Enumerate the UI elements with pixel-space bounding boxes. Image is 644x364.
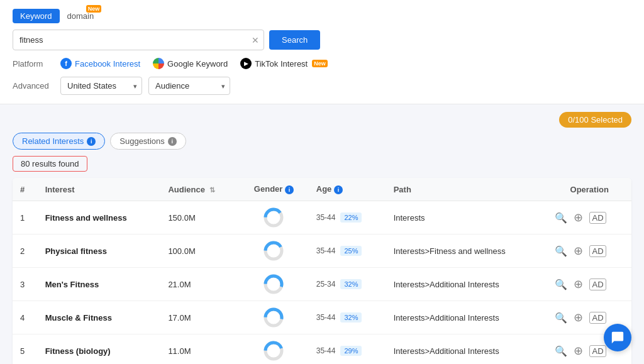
suggestions-tab[interactable]: Suggestions i <box>110 133 186 150</box>
add-op-icon[interactable]: ⊕ <box>574 277 583 291</box>
col-operation: Operation <box>547 178 631 201</box>
interest-table: # Interest Audience ⇅ Gender i Age i Pat… <box>13 178 631 364</box>
col-gender: Gender i <box>239 178 309 201</box>
cell-num: 5 <box>13 334 38 365</box>
platform-facebook[interactable]: f Facebook Interest <box>60 58 140 69</box>
cell-path: Interests <box>386 201 548 234</box>
main-content: 0/100 Selected Related Interests i Sugge… <box>0 104 644 364</box>
search-op-icon[interactable]: 🔍 <box>555 312 567 324</box>
result-tabs-row: Related Interests i Suggestions i <box>13 133 631 150</box>
col-num: # <box>13 178 38 201</box>
tiktok-icon: ▶ <box>240 58 252 69</box>
results-count: 80 results found <box>21 159 79 168</box>
cell-age: 25-34 32% <box>309 268 386 301</box>
platform-tiktok[interactable]: ▶ TikTok Interest New <box>240 58 328 69</box>
search-button[interactable]: Search <box>269 30 320 50</box>
cell-audience: 11.0M <box>160 334 239 365</box>
cell-audience: 17.0M <box>160 301 239 334</box>
audience-select[interactable]: Audience <box>148 77 230 95</box>
country-select-wrap: United States <box>60 77 142 95</box>
cell-path: Interests>Fitness and wellness <box>386 234 548 268</box>
search-op-icon[interactable]: 🔍 <box>555 345 567 357</box>
cell-gender <box>239 268 309 301</box>
col-age: Age i <box>309 178 386 201</box>
gender-info-icon: i <box>285 185 294 194</box>
add-op-icon[interactable]: ⊕ <box>574 211 583 224</box>
table-row: 2 Physical fitness 100.0M 35-44 25% Inte… <box>13 234 631 268</box>
search-input[interactable] <box>13 30 264 50</box>
tiktok-label: TikTok Interest <box>255 59 308 69</box>
suggestions-label: Suggestions <box>119 136 165 146</box>
gender-donut <box>264 241 284 261</box>
cell-age: 35-44 32% <box>309 301 386 334</box>
search-op-icon[interactable]: 🔍 <box>555 245 567 257</box>
cell-audience: 150.0M <box>160 201 239 234</box>
keyword-tab[interactable]: Keyword <box>13 9 60 23</box>
facebook-icon: f <box>60 58 72 69</box>
cell-operation: 🔍 ⊕ AD <box>547 268 631 301</box>
top-panel: Keyword domain New ✕ Search Platform f F… <box>0 0 644 104</box>
cell-num: 2 <box>13 234 38 268</box>
gender-donut <box>264 274 284 294</box>
cell-path: Interests>Additional Interests <box>386 301 548 334</box>
add-op-icon[interactable]: ⊕ <box>574 311 583 324</box>
ad-op-icon[interactable]: AD <box>589 312 606 324</box>
related-interests-label: Related Interests <box>22 136 84 146</box>
ad-op-icon[interactable]: AD <box>589 345 606 357</box>
country-select[interactable]: United States <box>60 77 142 95</box>
cell-num: 1 <box>13 201 38 234</box>
search-op-icon[interactable]: 🔍 <box>555 212 567 224</box>
cell-num: 3 <box>13 268 38 301</box>
cell-interest: Fitness and wellness <box>38 201 161 234</box>
cell-interest: Physical fitness <box>38 234 161 268</box>
facebook-label: Facebook Interest <box>75 59 140 69</box>
table-row: 1 Fitness and wellness 150.0M 35-44 22% … <box>13 201 631 234</box>
gender-donut <box>264 341 284 361</box>
platform-label: Platform <box>13 59 50 69</box>
cell-age: 35-44 29% <box>309 334 386 365</box>
cell-operation: 🔍 ⊕ AD <box>547 234 631 268</box>
table-header-row: # Interest Audience ⇅ Gender i Age i Pat… <box>13 178 631 201</box>
search-row: ✕ Search <box>13 30 631 50</box>
platform-google[interactable]: Google Keyword <box>153 58 228 69</box>
platform-row: Platform f Facebook Interest Google Keyw… <box>13 58 631 69</box>
gender-donut <box>264 207 284 228</box>
google-icon <box>153 58 164 69</box>
add-op-icon[interactable]: ⊕ <box>574 244 583 258</box>
cell-gender <box>239 201 309 234</box>
table-row: 3 Men's Fitness 21.0M 25-34 32% Interest… <box>13 268 631 301</box>
top-bar: 0/100 Selected <box>13 112 631 128</box>
related-interests-info-icon: i <box>87 137 96 146</box>
cell-audience: 100.0M <box>160 234 239 268</box>
cell-interest: Men's Fitness <box>38 268 161 301</box>
col-audience[interactable]: Audience ⇅ <box>160 178 239 201</box>
cell-gender <box>239 301 309 334</box>
related-interests-tab[interactable]: Related Interests i <box>13 133 105 150</box>
cell-gender <box>239 234 309 268</box>
cell-path: Interests>Additional Interests <box>386 268 548 301</box>
advanced-label: Advanced <box>13 81 50 91</box>
google-label: Google Keyword <box>167 59 228 69</box>
search-op-icon[interactable]: 🔍 <box>555 279 567 290</box>
ad-op-icon[interactable]: AD <box>589 245 606 257</box>
selected-badge: 0/100 Selected <box>559 112 631 128</box>
cell-interest: Muscle & Fitness <box>38 301 161 334</box>
ad-op-icon[interactable]: AD <box>589 212 606 224</box>
tiktok-new-badge: New <box>312 60 328 67</box>
cell-age: 35-44 22% <box>309 201 386 234</box>
table-row: 4 Muscle & Fitness 17.0M 35-44 32% Inter… <box>13 301 631 334</box>
clear-icon[interactable]: ✕ <box>252 35 259 45</box>
cell-path: Interests>Additional Interests <box>386 334 548 365</box>
table-row: 5 Fitness (biology) 11.0M 35-44 29% Inte… <box>13 334 631 365</box>
suggestions-info-icon: i <box>168 137 177 146</box>
search-input-wrap: ✕ <box>13 30 264 50</box>
ad-op-icon[interactable]: AD <box>589 279 606 290</box>
advanced-row: Advanced United States Audience <box>13 77 631 95</box>
chat-bubble[interactable] <box>604 324 631 351</box>
add-op-icon[interactable]: ⊕ <box>574 344 583 358</box>
gender-donut <box>264 307 284 328</box>
platform-options: f Facebook Interest Google Keyword ▶ Tik… <box>60 58 328 69</box>
cell-audience: 21.0M <box>160 268 239 301</box>
results-count-box: 80 results found <box>13 156 87 172</box>
cell-operation: 🔍 ⊕ AD <box>547 201 631 234</box>
